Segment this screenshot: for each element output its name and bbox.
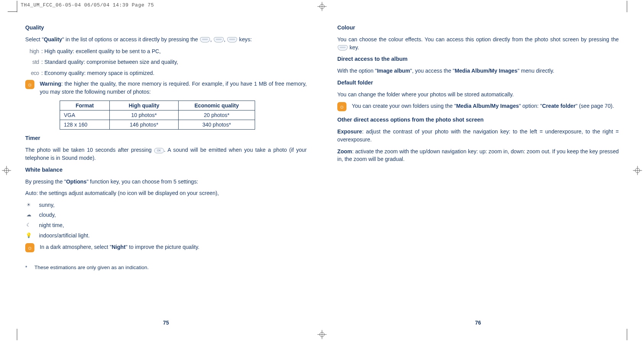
td: 146 photos*: [110, 120, 179, 130]
crop-mark: [627, 1, 627, 12]
moon-icon: ☾: [25, 222, 32, 229]
text: night time,: [39, 221, 64, 229]
wb-tip: ☼ In a dark atmosphere, select "Night" t…: [25, 243, 307, 252]
text: These estimations are only given as an i…: [34, 265, 149, 270]
crop-mark: [17, 1, 17, 12]
heading-album: Direct access to the album: [337, 55, 619, 63]
text: : High quality: excellent quality to be …: [41, 48, 161, 54]
heading-colour: Colour: [337, 24, 619, 32]
wb-auto: Auto: the settings adjust automatically …: [25, 189, 307, 197]
glyph-std: std: [25, 58, 41, 66]
key-1-icon: [200, 37, 210, 42]
heading-default-folder: Default folder: [337, 79, 619, 87]
heading-timer: Timer: [25, 134, 307, 142]
text: indoors/artificial light.: [39, 232, 89, 240]
text: " (see page 70).: [576, 103, 614, 109]
text: By pressing the ": [25, 179, 66, 185]
text-bold: Media Album/My Images: [455, 68, 517, 74]
heading-other-access: Other direct access options from the pho…: [337, 116, 619, 124]
glyph-eco: eco: [25, 69, 41, 77]
key-2-icon: [214, 37, 224, 42]
heading-quality: Quality: [25, 24, 307, 32]
text-bold: Warning: [40, 81, 61, 87]
wb-tip-text: In a dark atmosphere, select "Night" to …: [40, 243, 307, 251]
exposure-text: Exposure: adjust the contrast of your ph…: [337, 128, 619, 143]
registration-mark-icon: [2, 166, 11, 175]
registration-mark-icon: [633, 166, 642, 175]
folder-tip: ☼ You can create your own folders using …: [337, 102, 619, 111]
glyph-high: high: [25, 47, 41, 55]
text: " in the list of options or access it di…: [62, 36, 200, 42]
wb-cloudy: ☁cloudy,: [25, 211, 307, 219]
page-number-right: 76: [475, 319, 481, 326]
text-bold: Image album: [377, 68, 410, 74]
th-high: High quality: [110, 101, 179, 110]
quality-high: high: High quality: excellent quality to…: [25, 47, 307, 55]
zoom-text: Zoom: activate the zoom with the up/down…: [337, 148, 619, 163]
text: " option: ": [519, 103, 542, 109]
text: You can choose the colour effects. You c…: [337, 36, 619, 42]
timer-text: The photo will be taken 10 seconds after…: [25, 146, 307, 162]
text: keys:: [239, 36, 252, 42]
wb-night: ☾night time,: [25, 221, 307, 229]
ok-key-icon: OK: [154, 148, 164, 153]
text: sunny,: [39, 201, 55, 209]
page-number-left: 75: [163, 319, 169, 326]
text: ", you access the ": [410, 68, 455, 74]
text: key.: [348, 44, 359, 50]
text: : Economy quality: memory space is optim…: [41, 70, 154, 76]
td: 20 photos*: [179, 110, 255, 120]
wb-sunny: ☀sunny,: [25, 201, 307, 209]
th-eco: Economic quality: [179, 101, 255, 110]
heading-white-balance: White balance: [25, 166, 307, 174]
quality-intro: Select "Quality" in the list of options …: [25, 36, 307, 44]
warning-text: Warning: the higher the quality, the mor…: [40, 80, 307, 96]
footnote: *These estimations are only given as an …: [25, 264, 307, 271]
td: 340 photos*: [179, 120, 255, 130]
album-text: With the option "Image album", you acces…: [337, 67, 619, 75]
text-bold: Zoom: [337, 148, 352, 154]
td: VGA: [60, 110, 110, 120]
wb-intro: By pressing the "Options" function key, …: [25, 178, 307, 186]
crop-mark: [17, 329, 17, 340]
text: The photo will be taken 10 seconds after…: [25, 147, 154, 153]
cloud-icon: ☁: [25, 211, 32, 219]
text: cloudy,: [39, 211, 56, 219]
text: " menu directly.: [517, 68, 554, 74]
quality-std: std: Standard quality: compromise betwee…: [25, 58, 307, 66]
key-icon: [338, 45, 348, 50]
text: : Standard quality: compromise between s…: [41, 59, 178, 65]
print-slug: TH4_UM_FCC_06-05-04 06/05/04 14:39 Page …: [21, 2, 154, 8]
registration-mark-icon: [317, 330, 327, 339]
td: 10 photos*: [110, 110, 179, 120]
text-bold: Media Album/My Images: [456, 103, 519, 109]
tip-lightbulb-icon: ☼: [25, 80, 34, 89]
page-right: Colour You can choose the colour effects…: [337, 24, 619, 317]
default-folder-text: You can change the folder where your pho…: [337, 91, 619, 99]
warning-block: ☼ Warning: the higher the quality, the m…: [25, 80, 307, 96]
quality-table: FormatHigh qualityEconomic quality VGA10…: [60, 101, 255, 130]
crop-mark: [627, 329, 627, 340]
tip-lightbulb-icon: ☼: [25, 243, 34, 252]
text: In a dark atmosphere, select ": [40, 244, 112, 250]
text: " to improve the picture quality.: [125, 244, 199, 250]
page-left: Quality Select "Quality" in the list of …: [25, 24, 307, 317]
text-bold: Options: [66, 179, 87, 185]
sun-icon: ☀: [25, 201, 32, 209]
text: : adjust the contrast of your photo with…: [337, 128, 619, 143]
text-bold: Quality: [44, 36, 62, 42]
text: : the higher the quality, the more memor…: [40, 81, 307, 95]
registration-mark-icon: [317, 2, 327, 11]
crop-mark: [8, 11, 17, 12]
folder-tip-text: You can create your own folders using th…: [352, 102, 619, 110]
th-format: Format: [60, 101, 110, 110]
text: Select ": [25, 36, 44, 42]
text: You can create your own folders using th…: [352, 103, 456, 109]
bulb-icon: 💡: [25, 232, 32, 239]
text: : activate the zoom with the up/down nav…: [337, 148, 619, 162]
tip-lightbulb-icon: ☼: [337, 102, 346, 111]
text: With the option ": [337, 68, 377, 74]
wb-indoor: 💡indoors/artificial light.: [25, 232, 307, 240]
text-bold: Create folder: [542, 103, 576, 109]
text-bold: Night: [112, 244, 125, 250]
